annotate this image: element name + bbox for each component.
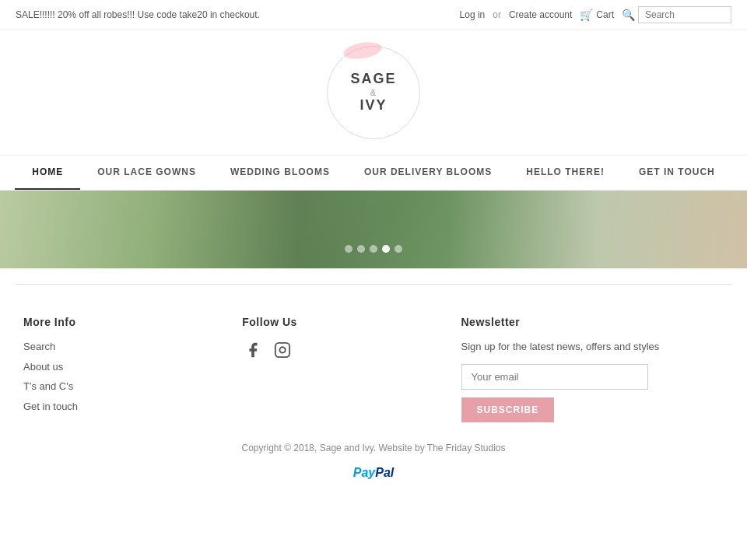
instagram-svg bbox=[274, 341, 291, 359]
top-bar: SALE!!!!!! 20% off all robes!!! Use code… bbox=[0, 0, 747, 30]
footer-copyright: Copyright © 2018, Sage and Ivy. Website … bbox=[0, 430, 747, 460]
svg-rect-0 bbox=[275, 343, 289, 357]
footer-link-contact[interactable]: Get in touch bbox=[23, 399, 242, 415]
footer-newsletter: Newsletter Sign up for the latest news, … bbox=[461, 316, 724, 422]
logo-ampersand: & bbox=[370, 88, 377, 97]
paypal-logo: PayPal bbox=[353, 466, 394, 479]
facebook-svg bbox=[244, 341, 261, 359]
paypal-dark: Pal bbox=[375, 466, 394, 479]
nav-home[interactable]: HOME bbox=[15, 156, 80, 190]
cart-label: Cart bbox=[596, 9, 614, 20]
top-bar-right: Log in or Create account 🛒 Cart 🔍 bbox=[460, 6, 731, 23]
logo[interactable]: SAGE & IVY bbox=[327, 46, 420, 139]
nav-get-in-touch[interactable]: GET IN TOUCH bbox=[622, 156, 732, 190]
footer-link-about[interactable]: About us bbox=[23, 359, 242, 375]
logo-line1: SAGE bbox=[350, 71, 396, 88]
more-info-heading: More Info bbox=[23, 316, 242, 328]
or-divider: or bbox=[493, 9, 501, 20]
nav-delivery-blooms[interactable]: OUR DELIVERY BLOOMS bbox=[347, 156, 509, 190]
footer-link-ts-cs[interactable]: T's and C's bbox=[23, 379, 242, 394]
search-input[interactable] bbox=[638, 6, 731, 23]
section-divider bbox=[16, 284, 731, 285]
sale-text: SALE!!!!!! 20% off all robes!!! Use code… bbox=[16, 9, 260, 20]
sale-banner: SALE!!!!!! 20% off all robes!!! Use code… bbox=[16, 9, 460, 20]
newsletter-description: Sign up for the latest news, offers and … bbox=[461, 339, 724, 355]
logo-line2: IVY bbox=[359, 97, 387, 114]
login-link[interactable]: Log in bbox=[460, 9, 486, 20]
follow-us-heading: Follow Us bbox=[242, 316, 461, 328]
logo-area: SAGE & IVY bbox=[0, 30, 747, 155]
footer-link-search[interactable]: Search bbox=[23, 339, 242, 355]
subscribe-button[interactable]: SUBSCRIBE bbox=[461, 397, 555, 422]
create-account-link[interactable]: Create account bbox=[509, 9, 572, 20]
footer-follow-us: Follow Us bbox=[242, 316, 461, 422]
carousel-dot-1[interactable] bbox=[345, 245, 352, 253]
carousel-dot-4[interactable] bbox=[382, 245, 390, 253]
footer-content: More Info Search About us T's and C's Ge… bbox=[0, 300, 747, 430]
facebook-icon[interactable] bbox=[242, 339, 264, 361]
search-area: 🔍 bbox=[622, 6, 731, 23]
copyright-text: Copyright © 2018, Sage and Ivy. Website … bbox=[241, 443, 505, 453]
carousel-dots bbox=[345, 245, 402, 253]
nav-lace-gowns[interactable]: OUR LACE GOWNS bbox=[80, 156, 213, 190]
newsletter-heading: Newsletter bbox=[461, 316, 724, 328]
newsletter-email-input[interactable] bbox=[461, 364, 648, 390]
paypal-area: PayPal bbox=[0, 460, 747, 495]
carousel-dot-5[interactable] bbox=[395, 245, 402, 253]
carousel-dot-2[interactable] bbox=[357, 245, 365, 253]
main-nav: HOME OUR LACE GOWNS WEDDING BLOOMS OUR D… bbox=[0, 155, 747, 191]
nav-hello-there[interactable]: HELLO THERE! bbox=[509, 156, 622, 190]
cart-icon: 🛒 bbox=[580, 9, 593, 21]
hero-background bbox=[0, 191, 747, 268]
footer-more-info: More Info Search About us T's and C's Ge… bbox=[23, 316, 242, 422]
search-icon-button[interactable]: 🔍 bbox=[622, 9, 635, 21]
hero-banner bbox=[0, 191, 747, 268]
nav-wedding-blooms[interactable]: WEDDING BLOOMS bbox=[213, 156, 347, 190]
instagram-icon[interactable] bbox=[272, 339, 293, 361]
social-icons bbox=[242, 339, 461, 361]
paypal-blue: Pay bbox=[353, 466, 375, 479]
cart-area[interactable]: 🛒 Cart bbox=[580, 9, 614, 21]
carousel-dot-3[interactable] bbox=[370, 245, 377, 253]
